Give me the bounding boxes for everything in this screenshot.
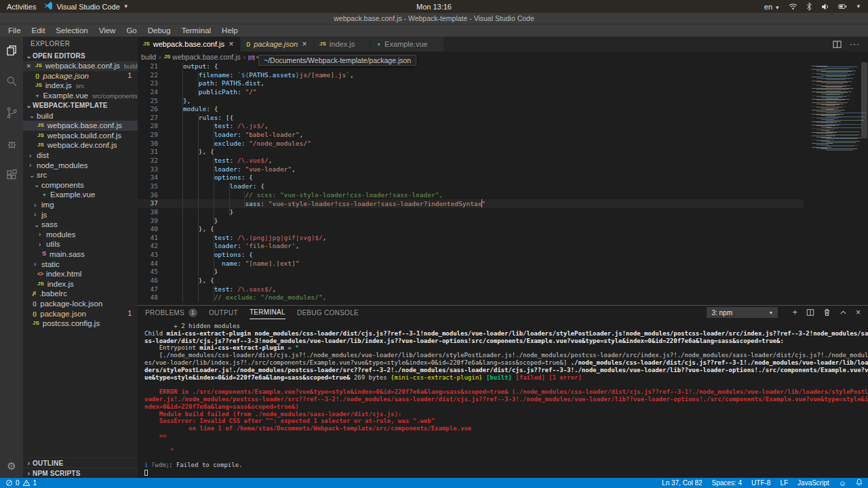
code-line-34[interactable]: 34options: {: [138, 174, 804, 182]
folder-static[interactable]: ›static: [23, 259, 138, 269]
tab-example-vue[interactable]: ▼Example.vue: [371, 37, 444, 52]
code-line-35[interactable]: 35loader: {: [138, 182, 804, 191]
code-line-48[interactable]: 48// exclude: "/node_modules/",: [138, 293, 804, 302]
wifi-icon[interactable]: [789, 3, 797, 10]
section-outline[interactable]: ›OUTLINE: [23, 458, 138, 468]
explorer-files-icon[interactable]: [5, 43, 19, 58]
folder-components[interactable]: ⌄components: [23, 180, 138, 190]
code-line-29[interactable]: 29loader: "babel-loader",: [138, 131, 804, 140]
code-line-47[interactable]: 47test: /\.sass$/,: [138, 285, 804, 294]
code-line-37[interactable]: 37sass: "vue-style-loader!css-loader!sas…: [138, 199, 804, 208]
code-line-44[interactable]: 44 name: "[name].[ext]": [138, 260, 804, 268]
code-line-28[interactable]: 28test: /\.js$/,: [138, 122, 804, 131]
code-line-33[interactable]: 33loader: "vue-loader",: [138, 165, 804, 174]
menu-terminal[interactable]: Terminal: [176, 24, 216, 37]
feedback-smiley-icon[interactable]: ☺: [839, 480, 846, 487]
close-icon[interactable]: ×: [26, 62, 35, 70]
clock[interactable]: Mon 13:16: [416, 3, 452, 11]
tab-webpack-base-conf-js[interactable]: JSwebpack.base.conf.js×: [138, 37, 241, 52]
source-control-icon[interactable]: [5, 106, 19, 120]
code-editor[interactable]: 21output: {22filename: `${PATHS.assets}j…: [138, 62, 868, 305]
panel-tab-output[interactable]: OUTPUT: [209, 306, 238, 319]
system-menu-chevron-icon[interactable]: ▼: [856, 3, 861, 9]
section-workspace-root[interactable]: ⌄ WEBPACK-TEMPLATE: [23, 100, 138, 110]
status-utf-8[interactable]: UTF-8: [751, 479, 770, 487]
file-webpack-build-conf-js[interactable]: JSwebpack.build.conf.js: [23, 131, 138, 141]
status-ln-37[interactable]: Ln 37, Col 82: [662, 479, 703, 487]
code-line-41[interactable]: 41test: /\.(png|jpg|gif|svg)$/,: [138, 234, 804, 243]
app-menu-button[interactable]: Visual Studio Code ▼: [44, 1, 128, 12]
menu-selection[interactable]: Selection: [50, 24, 93, 37]
file-babelrc[interactable]: β.babelrc: [23, 289, 138, 299]
code-line-26[interactable]: 26module: {: [138, 105, 804, 114]
editor-scrollbar[interactable]: [860, 62, 868, 305]
breadcrumb-item-build[interactable]: build: [141, 53, 156, 61]
close-icon[interactable]: ×: [301, 39, 308, 49]
code-line-27[interactable]: 27rules: [{: [138, 114, 804, 123]
notifications-bell-icon[interactable]: [856, 479, 863, 487]
panel-tab-terminal[interactable]: TERMINAL: [250, 306, 285, 319]
panel-tab-problems[interactable]: PROBLEMS1: [145, 306, 197, 319]
code-line-23[interactable]: 23path: PATHS.dist,: [138, 79, 804, 88]
status-lf[interactable]: LF: [780, 479, 788, 487]
new-terminal-icon[interactable]: +: [792, 309, 797, 316]
menu-debug[interactable]: Debug: [142, 24, 176, 37]
folder-img[interactable]: ›img: [23, 200, 138, 210]
open-editor-package-json[interactable]: {}package.json1: [23, 71, 138, 81]
file-index-js[interactable]: JSindex.js: [23, 279, 138, 289]
code-line-43[interactable]: 43options: {: [138, 251, 804, 260]
file-example-vue[interactable]: ▼Example.vue: [23, 190, 138, 200]
file-package-json[interactable]: {}package.json1: [23, 308, 138, 319]
code-line-39[interactable]: 39}: [138, 217, 804, 226]
open-editor-webpack-base-conf-js[interactable]: ×JSwebpack.base.conf.jsbuild: [23, 61, 138, 71]
folder-js[interactable]: ›js: [23, 209, 138, 220]
code-line-31[interactable]: 31}, {: [138, 148, 804, 157]
settings-gear-icon[interactable]: ⚙: [7, 461, 16, 471]
file-index-html[interactable]: <>index.html: [23, 269, 138, 279]
tab-index-js[interactable]: JSindex.js: [314, 37, 371, 52]
menu-go[interactable]: Go: [121, 24, 142, 37]
file-webpack-base-conf-js[interactable]: JSwebpack.base.conf.js: [23, 121, 138, 131]
battery-icon[interactable]: [838, 3, 847, 10]
code-line-38[interactable]: 38}: [138, 208, 804, 217]
close-panel-icon[interactable]: ×: [856, 309, 861, 316]
code-line-42[interactable]: 42loader: 'file-loader',: [138, 242, 804, 251]
file-webpack-dev-conf-js[interactable]: JSwebpack.dev.conf.js: [23, 140, 138, 150]
status-spaces-4[interactable]: Spaces: 4: [712, 479, 742, 487]
activities-button[interactable]: Activities: [7, 3, 36, 11]
section-npm-scripts[interactable]: ›NPM SCRIPTS: [23, 468, 138, 478]
split-editor-icon[interactable]: [833, 40, 842, 49]
folder-src[interactable]: ⌄src: [23, 170, 138, 180]
code-line-21[interactable]: 21output: {: [138, 62, 804, 71]
keyboard-layout-indicator[interactable]: en ▼: [764, 3, 780, 11]
status-javascript[interactable]: JavaScript: [797, 479, 829, 487]
section-open-editors[interactable]: ⌄ OPEN EDITORS: [23, 51, 138, 61]
code-line-32[interactable]: 32test: /\.vue$/,: [138, 157, 804, 165]
file-main-sass[interactable]: Smain.sass: [23, 249, 138, 260]
open-editor-index-js[interactable]: JSindex.jssrc: [23, 81, 138, 91]
folder-node-modules[interactable]: ›node_modules: [23, 160, 138, 170]
file-postcss-config-js[interactable]: JSpostcss.config.js: [23, 319, 138, 329]
open-editor-example-vue[interactable]: ▼Example.vuesrc/components: [23, 91, 138, 101]
code-line-46[interactable]: 46}, {: [138, 277, 804, 285]
folder-sass[interactable]: ⌄sass: [23, 220, 138, 230]
kill-terminal-trash-icon[interactable]: [823, 308, 831, 317]
terminal-selector[interactable]: 3: npm ▼: [707, 307, 778, 318]
panel-tab-debug-console[interactable]: DEBUG CONSOLE: [297, 306, 359, 319]
problems-status[interactable]: 0 1: [5, 479, 37, 487]
volume-icon[interactable]: [821, 3, 829, 11]
folder-utils[interactable]: ›utils: [23, 239, 138, 249]
folder-dist[interactable]: ›dist: [23, 150, 138, 161]
debug-icon[interactable]: [5, 137, 19, 151]
folder-modules[interactable]: ›modules: [23, 230, 138, 240]
search-icon[interactable]: [5, 75, 19, 89]
more-actions-icon[interactable]: ···: [850, 41, 860, 47]
folder-build[interactable]: ⌄build: [23, 110, 138, 121]
maximize-panel-chevron-icon[interactable]: [840, 309, 847, 316]
code-line-24[interactable]: 24publicPath: "/": [138, 88, 804, 97]
scrollbar-thumb[interactable]: [861, 62, 867, 138]
tab-package-json[interactable]: {}package.json×: [241, 37, 314, 52]
close-icon[interactable]: ×: [228, 39, 235, 49]
minimap[interactable]: [810, 66, 860, 150]
code-line-30[interactable]: 30exclude: "/node_modules/": [138, 140, 804, 148]
